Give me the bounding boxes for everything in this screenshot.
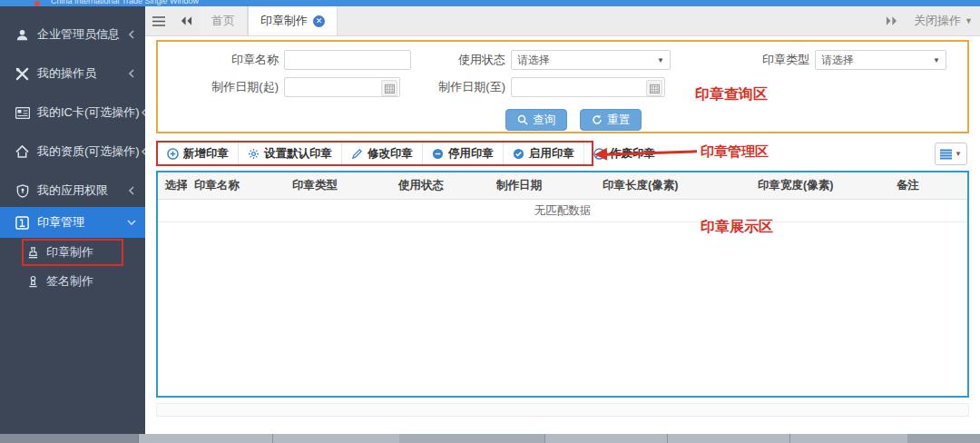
plus-circle-icon bbox=[167, 148, 179, 160]
close-operations-menu[interactable]: 关闭操作 ▼ bbox=[914, 13, 973, 29]
col-use-status[interactable]: 使用状态 bbox=[391, 172, 489, 200]
col-seal-type[interactable]: 印章类型 bbox=[285, 172, 391, 200]
scroll-tabs-left-icon[interactable] bbox=[172, 6, 200, 35]
site-banner-title: China International Trade Single Window bbox=[51, 0, 199, 5]
sidebar-subitem-label: 签名制作 bbox=[46, 273, 93, 290]
sidebar-item-operators[interactable]: 我的操作员 bbox=[0, 58, 145, 89]
sidebar-item-ic-card[interactable]: 我的IC卡(可选操作) bbox=[0, 97, 145, 128]
taskbar-segment bbox=[907, 434, 980, 443]
tab-bar: 首页 印章制作 ✕ 关闭操作 ▼ bbox=[145, 6, 980, 36]
sidebar-item-label: 我的应用权限 bbox=[37, 182, 127, 199]
reset-icon bbox=[592, 114, 603, 125]
col-seal-length[interactable]: 印章长度(像素) bbox=[595, 172, 750, 200]
taskbar-cutoff bbox=[0, 434, 980, 443]
taskbar-divider bbox=[789, 434, 790, 443]
sidebar-item-app-permissions[interactable]: 我的应用权限 bbox=[0, 175, 145, 206]
shield-icon bbox=[15, 183, 30, 199]
seal-type-select[interactable]: 请选择 ▼ bbox=[815, 50, 946, 70]
minus-circle-icon bbox=[432, 148, 444, 160]
enable-seal-button[interactable]: 启用印章 bbox=[504, 143, 584, 164]
tab-close-icon[interactable]: ✕ bbox=[313, 15, 325, 27]
sidebar-subitem-signature-making[interactable]: 签名制作 bbox=[0, 270, 145, 293]
caret-down-icon: ▼ bbox=[965, 16, 973, 25]
taskbar-divider bbox=[138, 434, 139, 443]
menu-toggle-icon[interactable] bbox=[145, 6, 172, 35]
chevron-left-icon bbox=[127, 30, 136, 39]
sidebar-item-admin-info[interactable]: 企业管理员信息 bbox=[0, 19, 145, 50]
set-default-seal-button[interactable]: 设置默认印章 bbox=[239, 143, 342, 164]
taskbar-divider bbox=[272, 434, 273, 443]
annotation-display-area: 印章展示区 bbox=[701, 218, 773, 237]
sidebar-item-label: 我的操作员 bbox=[37, 65, 127, 82]
scroll-tabs-right-icon[interactable] bbox=[877, 16, 905, 25]
use-status-select[interactable]: 请选择 ▼ bbox=[511, 50, 671, 70]
tab-seal-making[interactable]: 印章制作 ✕ bbox=[248, 6, 338, 35]
tab-bar-right: 关闭操作 ▼ bbox=[877, 6, 980, 35]
search-icon bbox=[517, 114, 528, 125]
reset-button[interactable]: 重置 bbox=[580, 109, 642, 131]
seal-query-panel: 印章名称 使用状态 请选择 ▼ 印章类型 请选择 ▼ 制作日期(起) 制作日期(… bbox=[156, 40, 969, 133]
sidebar-item-seal-management[interactable]: 印章管理 bbox=[0, 207, 145, 238]
date-from-input[interactable] bbox=[284, 77, 400, 97]
add-seal-button[interactable]: 新增印章 bbox=[158, 143, 239, 164]
col-select[interactable]: 选择 bbox=[158, 172, 187, 200]
date-to-label: 制作日期(至) bbox=[421, 77, 505, 96]
col-seal-width[interactable]: 印章宽度(像素) bbox=[750, 172, 889, 200]
user-icon bbox=[15, 27, 30, 43]
reset-button-label: 重置 bbox=[607, 113, 630, 128]
annotation-manage-area: 印章管理区 bbox=[701, 143, 769, 161]
caret-down-icon: ▼ bbox=[933, 56, 940, 64]
sidebar: 企业管理员信息 我的操作员 我的IC卡(可选操作) bbox=[0, 6, 145, 434]
sidebar-item-label: 企业管理员信息 bbox=[37, 26, 127, 43]
caret-down-icon: ▼ bbox=[657, 56, 664, 64]
check-circle-icon bbox=[513, 148, 524, 160]
date-from-label: 制作日期(起) bbox=[158, 77, 279, 96]
seal-management-icon bbox=[15, 215, 30, 231]
table-empty-message: 无匹配数据 bbox=[158, 200, 967, 222]
stamp-icon bbox=[25, 245, 40, 260]
list-icon bbox=[940, 149, 952, 160]
col-seal-name[interactable]: 印章名称 bbox=[187, 172, 285, 200]
date-to-input[interactable] bbox=[511, 77, 665, 97]
tool-button-label: 新增印章 bbox=[183, 146, 229, 162]
use-status-value: 请选择 bbox=[517, 53, 550, 68]
tab-home[interactable]: 首页 bbox=[200, 6, 248, 35]
col-make-date[interactable]: 制作日期 bbox=[489, 172, 595, 200]
disable-seal-button[interactable]: 停用印章 bbox=[423, 143, 504, 164]
seal-type-label: 印章类型 bbox=[725, 50, 809, 69]
chevron-down-icon bbox=[127, 218, 136, 227]
annotation-query-area: 印章查询区 bbox=[695, 85, 768, 104]
tab-label: 首页 bbox=[211, 13, 235, 29]
tab-label: 印章制作 bbox=[260, 13, 308, 29]
modify-seal-button[interactable]: 修改印章 bbox=[342, 143, 423, 164]
taskbar-segment bbox=[399, 434, 544, 443]
sidebar-item-qualifications[interactable]: 我的资质(可选操作) bbox=[0, 136, 145, 167]
sidebar-item-label: 我的资质(可选操作) bbox=[37, 143, 140, 160]
search-buttons: 查询 重置 bbox=[505, 109, 642, 131]
taskbar-segment bbox=[0, 434, 138, 443]
sidebar-item-label: 我的IC卡(可选操作) bbox=[37, 104, 140, 121]
calendar-icon[interactable] bbox=[646, 80, 662, 96]
use-status-label: 使用状态 bbox=[421, 50, 505, 69]
app-window: China International Trade Single Window … bbox=[0, 0, 980, 443]
column-settings-button[interactable]: ▼ bbox=[935, 143, 967, 165]
ic-card-icon bbox=[15, 105, 30, 121]
seal-name-label: 印章名称 bbox=[158, 50, 279, 69]
close-operations-label: 关闭操作 bbox=[914, 13, 961, 29]
home-icon bbox=[15, 144, 30, 160]
sidebar-item-label: 印章管理 bbox=[37, 214, 127, 231]
tool-button-label: 停用印章 bbox=[448, 146, 494, 162]
tool-button-label: 设置默认印章 bbox=[264, 146, 332, 162]
seal-toolbar: 新增印章 设置默认印章 修改印章 停用印章 bbox=[156, 141, 593, 166]
seal-type-value: 请选择 bbox=[821, 53, 854, 68]
sidebar-subitem-seal-making[interactable]: 印章制作 bbox=[0, 241, 145, 264]
taskbar-divider bbox=[667, 434, 668, 443]
tools-icon bbox=[15, 66, 30, 82]
main-content: 首页 印章制作 ✕ 关闭操作 ▼ 印章名称 使用状态 请选择 bbox=[145, 6, 980, 434]
seal-name-input[interactable] bbox=[284, 50, 411, 70]
col-remark[interactable]: 备注 bbox=[889, 172, 967, 200]
query-button-label: 查询 bbox=[533, 113, 555, 128]
calendar-icon[interactable] bbox=[381, 80, 397, 96]
query-button[interactable]: 查询 bbox=[505, 109, 567, 131]
signature-stamp-icon bbox=[25, 274, 40, 289]
